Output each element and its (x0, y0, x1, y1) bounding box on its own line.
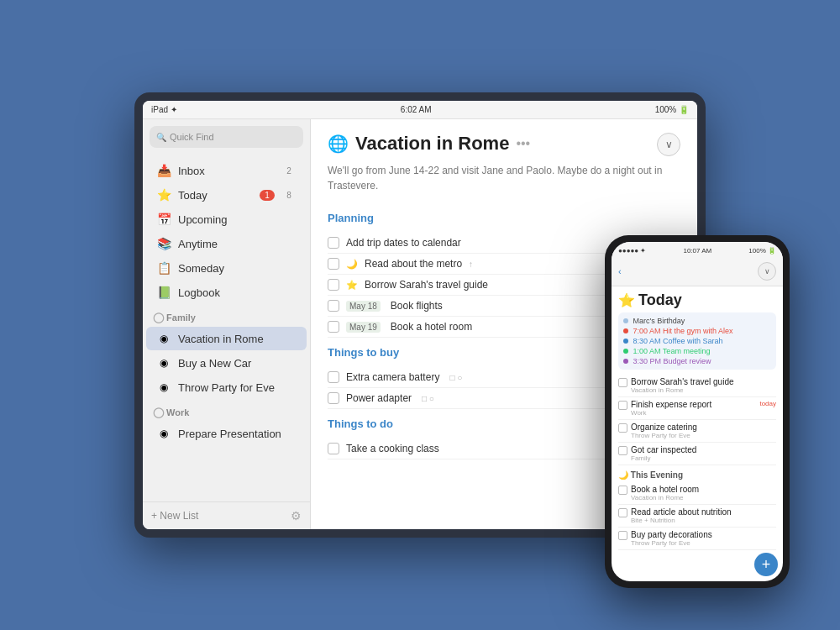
tablet-status-right: 100% 🔋 (655, 105, 689, 114)
cal-dot (623, 349, 628, 354)
phone-task-2: Organize catering Throw Party for Eve (618, 420, 776, 443)
phone-task-1: Finish expense report Work today (618, 397, 776, 420)
today-icon: ⭐ (156, 187, 171, 202)
anytime-icon: 📚 (156, 236, 171, 251)
task-checkbox[interactable] (328, 371, 339, 383)
sidebar-item-today[interactable]: ⭐ Today 1 8 (146, 183, 307, 207)
phone-evening-task-1: Read article about nutrition Bite + Nutr… (618, 505, 776, 528)
sidebar-item-someday[interactable]: 📋 Someday (146, 256, 307, 280)
project-title: Vacation in Rome (355, 133, 509, 155)
sidebar-item-anytime[interactable]: 📚 Anytime (146, 232, 307, 255)
sidebar-item-throw-party[interactable]: ◉ Throw Party for Eve (146, 375, 307, 399)
phone-body: Marc's Birthday 7:00 AM Hit the gym with… (612, 312, 783, 581)
phone-task-sub: Bite + Nutrition (631, 517, 776, 524)
task-checkbox[interactable] (328, 279, 339, 291)
phone-task-badge: today (759, 400, 776, 407)
phone-task-name: Finish expense report (631, 400, 756, 409)
phone-task-content: Got car inspected Family (631, 445, 776, 462)
moon-icon: 🌙 (346, 259, 358, 270)
task-text: Borrow Sarah's travel guide (365, 279, 488, 291)
today-badge-count: 8 (281, 190, 297, 201)
phone-task-checkbox[interactable] (618, 378, 627, 387)
collapse-button[interactable]: ∨ (657, 133, 680, 156)
upcoming-icon: 📅 (156, 212, 171, 227)
task-text: Book flights (391, 300, 443, 312)
phone-back-button[interactable]: ‹ (618, 266, 622, 276)
inbox-icon: 📥 (156, 163, 171, 178)
phone-collapse-button[interactable]: ∨ (758, 262, 776, 281)
sidebar-item-vacation-rome[interactable]: ◉ Vacation in Rome (146, 327, 307, 350)
phone-task-checkbox[interactable] (618, 446, 627, 455)
phone-task-name: Organize catering (631, 423, 776, 432)
task-checkbox[interactable] (328, 321, 339, 333)
phone: ●●●●● ✦ 10:07 AM 100% 🔋 ‹ ∨ ⭐ Today Marc… (605, 235, 790, 588)
sidebar-item-prepare-pres[interactable]: ◉ Prepare Presentation (146, 422, 307, 445)
phone-evening-task-0: Book a hotel room Vacation in Rome (618, 482, 776, 505)
add-task-fab[interactable]: + (754, 553, 778, 576)
phone-task-sub: Work (631, 409, 756, 417)
sidebar-item-inbox[interactable]: 📥 Inbox 2 (146, 159, 307, 182)
search-bar[interactable]: 🔍 Quick Find (150, 126, 303, 148)
cal-dot (623, 359, 628, 364)
search-icon: 🔍 (156, 133, 166, 142)
project-menu-button[interactable]: ••• (516, 136, 530, 151)
task-text: Add trip dates to calendar (346, 237, 461, 249)
task-text: Book a hotel room (391, 321, 472, 333)
task-checkbox[interactable] (328, 258, 339, 270)
sidebar-nav: 📥 Inbox 2 ⭐ Today 1 8 📅 Upcoming (143, 155, 310, 501)
vacation-label: Vacation in Rome (178, 333, 297, 345)
logbook-icon: 📗 (156, 285, 171, 300)
settings-icon[interactable]: ⚙ (291, 509, 302, 522)
sidebar-item-buy-car[interactable]: ◉ Buy a New Car (146, 351, 307, 375)
phone-task-checkbox[interactable] (618, 508, 627, 517)
calendar-block: Marc's Birthday 7:00 AM Hit the gym with… (618, 312, 776, 370)
phone-task-checkbox[interactable] (618, 531, 627, 540)
cal-dot (623, 339, 628, 344)
phone-task-content: Finish expense report Work (631, 400, 756, 417)
phone-task-content: Book a hotel room Vacation in Rome (631, 485, 776, 501)
cal-dot (623, 318, 628, 323)
task-checkbox[interactable] (328, 237, 339, 249)
phone-task-name: Borrow Sarah's travel guide (631, 377, 776, 386)
star-icon: ⭐ (346, 280, 358, 291)
phone-task-name: Read article about nutrition (631, 507, 776, 517)
phone-task-sub: Throw Party for Eve (631, 539, 776, 547)
buy-car-icon: ◉ (156, 355, 171, 370)
phone-task-content: Organize catering Throw Party for Eve (631, 423, 776, 439)
work-section-header: ◯ Work (143, 400, 310, 421)
phone-star-icon: ⭐ (618, 292, 635, 308)
phone-task-sub: Vacation in Rome (631, 494, 776, 501)
throw-party-icon: ◉ (156, 380, 171, 395)
today-badge-red: 1 (260, 190, 275, 201)
phone-task-checkbox[interactable] (618, 401, 627, 410)
task-text: Read about the metro (365, 258, 462, 270)
task-checkbox[interactable] (328, 392, 339, 404)
task-text: Power adapter (346, 392, 412, 404)
phone-task-0: Borrow Sarah's travel guide Vacation in … (618, 375, 776, 397)
phone-task-name: Got car inspected (631, 445, 776, 454)
phone-status-bar: ●●●●● ✦ 10:07 AM 100% 🔋 (612, 242, 783, 259)
task-extra: □ ○ (422, 394, 434, 403)
prepare-pres-icon: ◉ (156, 426, 171, 441)
phone-title-row: ⭐ Today (612, 286, 783, 312)
phone-task-checkbox[interactable] (618, 423, 627, 433)
cal-item-3: 1:00 AM Team meeting (623, 346, 771, 356)
phone-task-content: Read article about nutrition Bite + Nutr… (631, 507, 776, 524)
task-checkbox[interactable] (328, 443, 339, 454)
phone-task-checkbox[interactable] (618, 486, 627, 495)
sidebar-item-logbook[interactable]: 📗 Logbook (146, 281, 307, 304)
task-extra: ↑ (469, 260, 473, 269)
new-list-button[interactable]: + New List (151, 510, 287, 522)
task-extra: □ ○ (449, 373, 462, 382)
sidebar-item-upcoming[interactable]: 📅 Upcoming (146, 207, 307, 231)
project-icon: 🌐 (328, 134, 349, 154)
planning-section-title: Planning (328, 212, 680, 228)
task-text: Extra camera battery (346, 371, 439, 383)
phone-task-sub: Vacation in Rome (631, 386, 776, 394)
phone-evening-label: 🌙 This Evening (618, 470, 776, 480)
sidebar-footer: + New List ⚙ (143, 501, 310, 529)
phone-task-3: Got car inspected Family (618, 443, 776, 465)
task-checkbox[interactable] (328, 300, 339, 312)
phone-task-content: Borrow Sarah's travel guide Vacation in … (631, 377, 776, 394)
tablet-status-center: 6:02 AM (401, 105, 432, 114)
